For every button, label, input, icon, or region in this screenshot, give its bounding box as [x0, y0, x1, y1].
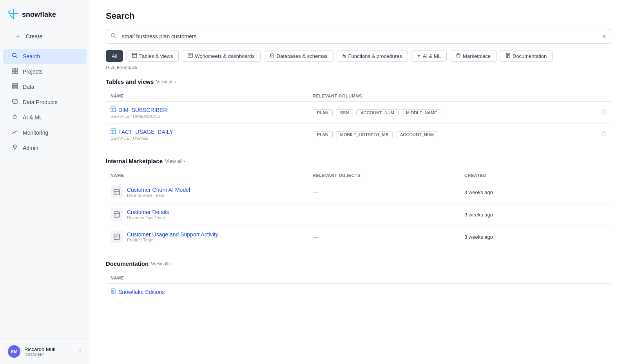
tags-wrap: PLAN SSN ACCOUNT_NUM MIDDLE_NAME	[313, 109, 591, 116]
monitoring-icon	[11, 129, 19, 137]
svg-rect-9	[12, 71, 14, 74]
em-dash: —	[313, 234, 318, 240]
search-input[interactable]	[106, 29, 611, 44]
copy-icon[interactable]	[601, 110, 607, 116]
svg-rect-11	[12, 83, 18, 85]
sidebar-item-monitoring[interactable]: Monitoring	[3, 125, 87, 140]
doc-col-name-header: NAME	[106, 272, 611, 284]
filter-databases[interactable]: Databases & schemas	[264, 50, 333, 62]
doc-icon	[111, 288, 116, 295]
sidebar-item-label: Admin	[23, 145, 38, 151]
mp-col-created-header: CREATED	[460, 170, 611, 181]
table-path: SERVICE / USAGE	[111, 136, 303, 141]
search-bar-icon	[111, 33, 117, 40]
logo-text: snowflake	[22, 11, 56, 19]
tables-view-all[interactable]: View all ›	[156, 79, 176, 85]
tag: PLAN	[313, 109, 333, 116]
functions-icon: fx	[342, 54, 346, 58]
sidebar-item-ai-ml[interactable]: AI & ML	[3, 110, 87, 125]
list-item: Customer Details Revenue Ops Team — 3 we…	[106, 204, 611, 226]
table-name-cell: FACT_USAGE_DAILY SERVICE / USAGE	[111, 128, 303, 141]
worksheets-icon	[188, 53, 193, 59]
user-role: DATAENG	[24, 352, 55, 357]
sidebar-footer: RM Riccardo Muti DATAENG ⌃	[0, 339, 90, 364]
projects-icon	[11, 68, 19, 76]
doc-item-name[interactable]: Snowflake Editions	[111, 288, 607, 295]
svg-rect-8	[15, 68, 18, 70]
plus-icon: +	[14, 33, 22, 40]
svg-rect-40	[114, 212, 120, 217]
tables-views-icon	[132, 53, 137, 59]
svg-point-14	[13, 99, 17, 101]
em-dash: —	[313, 189, 318, 195]
sidebar-item-search[interactable]: Search	[3, 49, 87, 64]
filter-pills: All Tables & views Worksheets & dashboar…	[106, 50, 611, 62]
databases-icon	[270, 53, 275, 59]
tables-section-header: Tables and views View all ›	[106, 78, 611, 85]
sidebar-item-data[interactable]: Data	[3, 79, 87, 94]
em-dash: —	[313, 211, 318, 218]
mp-name-cell: Customer Details Revenue Ops Team	[111, 208, 303, 221]
table-name-link[interactable]: FACT_USAGE_DAILY	[111, 128, 303, 135]
list-item: Customer Churn AI Model Data Science Tea…	[106, 181, 611, 204]
svg-rect-7	[12, 68, 14, 70]
mp-name-cell: Customer Usage and Support Activity Prod…	[111, 231, 303, 243]
copy-icon[interactable]	[601, 132, 607, 138]
filter-worksheets[interactable]: Worksheets & dashboards	[182, 50, 260, 62]
filter-marketplace[interactable]: Marketplace	[450, 50, 497, 62]
page-title: Search	[106, 11, 611, 21]
documentation-icon	[506, 53, 511, 59]
marketplace-result-table: NAME RELEVANT OBJECTS CREATED Customer C…	[106, 170, 611, 248]
filter-ai-ml[interactable]: ✦ AI & ML	[411, 50, 447, 62]
marketplace-item-icon	[111, 208, 123, 221]
sidebar: snowflake + Create Search Projects Data	[0, 0, 90, 364]
create-button[interactable]: + Create	[6, 29, 83, 43]
created-text: 3 weeks ago	[464, 234, 493, 240]
marketplace-view-all[interactable]: View all ›	[165, 158, 185, 164]
col-name-header: NAME	[106, 90, 308, 102]
table-name-cell: DIM_SUBSCRIBER SERVICE / DIMENSIONS	[111, 106, 303, 119]
table-row: FACT_USAGE_DAILY SERVICE / USAGE PLAN MO…	[106, 124, 611, 146]
sidebar-item-label: Monitoring	[23, 130, 48, 136]
created-text: 3 weeks ago	[464, 212, 493, 218]
filter-functions[interactable]: fx Functions & procedures	[337, 50, 408, 62]
search-bar-container: ✕	[106, 29, 611, 44]
svg-rect-10	[15, 71, 18, 74]
svg-point-24	[270, 54, 274, 55]
sidebar-item-admin[interactable]: Admin	[3, 141, 87, 155]
tag: SSN	[336, 109, 353, 116]
mp-item-name[interactable]: Customer Details	[127, 209, 169, 215]
filter-all[interactable]: All	[106, 50, 123, 62]
svg-line-17	[114, 37, 116, 38]
sidebar-item-data-products[interactable]: Data Products	[3, 95, 87, 110]
svg-rect-29	[111, 107, 116, 112]
col-relevant-header: RELEVANT COLUMNS	[308, 90, 596, 102]
svg-rect-43	[114, 234, 120, 240]
search-icon	[11, 52, 19, 60]
marketplace-item-icon	[111, 231, 123, 243]
user-info[interactable]: RM Riccardo Muti DATAENG	[8, 345, 55, 358]
mp-col-relevant-header: RELEVANT OBJECTS	[308, 170, 460, 181]
sidebar-item-label: Search	[23, 53, 40, 59]
table-path: SERVICE / DIMENSIONS	[111, 114, 303, 119]
mp-item-team: Data Science Team	[127, 193, 190, 198]
filter-documentation[interactable]: Documentation	[500, 50, 553, 62]
svg-rect-12	[12, 86, 18, 87]
chevron-right-icon: ›	[169, 261, 171, 267]
documentation-section-title: Documentation	[106, 260, 149, 267]
marketplace-section-title: Internal Marketplace	[106, 158, 163, 164]
give-feedback-link[interactable]: Give Feedback	[106, 65, 611, 70]
mp-item-team: Product Team	[127, 238, 218, 242]
search-clear-icon[interactable]: ✕	[602, 33, 607, 40]
tag: ACCOUNT_NUM	[356, 109, 399, 116]
filter-tables-views[interactable]: Tables & views	[126, 50, 179, 62]
admin-icon	[11, 144, 19, 152]
svg-rect-32	[603, 111, 606, 114]
svg-rect-37	[114, 189, 120, 195]
sidebar-item-projects[interactable]: Projects	[3, 64, 87, 79]
documentation-view-all[interactable]: View all ›	[151, 261, 171, 267]
mp-item-name[interactable]: Customer Usage and Support Activity	[127, 231, 218, 238]
mp-item-name[interactable]: Customer Churn AI Model	[127, 187, 190, 193]
user-name: Riccardo Muti	[24, 346, 55, 352]
table-name-link[interactable]: DIM_SUBSCRIBER	[111, 106, 303, 113]
